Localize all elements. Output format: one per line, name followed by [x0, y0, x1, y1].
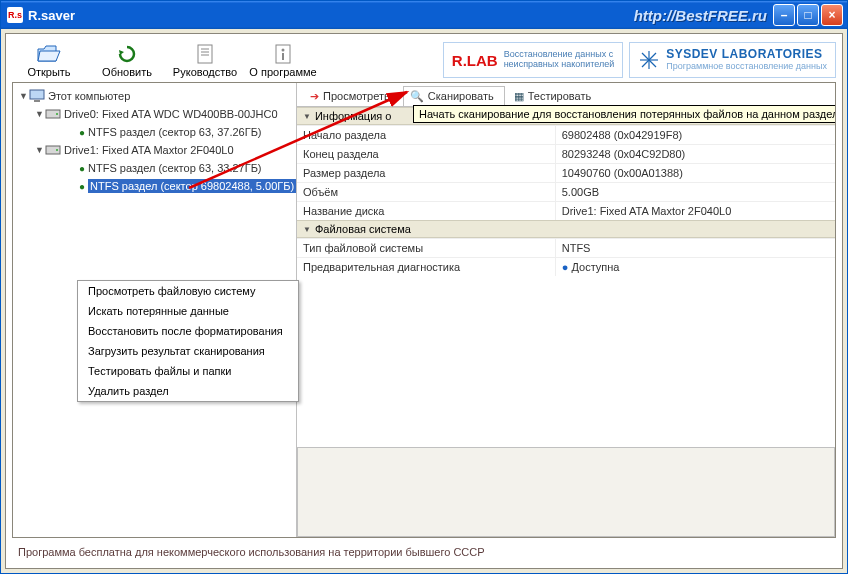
tab-scan[interactable]: 🔍 Сканировать	[403, 86, 505, 106]
prop-label: Размер раздела	[297, 164, 555, 183]
svg-rect-6	[282, 53, 284, 60]
diag-value: Доступна	[571, 261, 619, 273]
tree-drive1[interactable]: ▼ Drive1: Fixed ATA Maxtor 2F040L0	[15, 141, 296, 159]
hdd-icon	[45, 107, 61, 121]
tree-root-label: Этот компьютер	[48, 90, 130, 102]
computer-icon	[29, 89, 45, 103]
manual-label: Руководство	[173, 66, 237, 78]
prop-value: 80293248 (0x04C92D80)	[555, 145, 835, 164]
tree-root[interactable]: ▼ Этот компьютер	[15, 87, 296, 105]
tab-view[interactable]: ➔ Просмотреть	[303, 86, 401, 106]
ctx-item-delete-partition[interactable]: Удалить раздел	[78, 381, 298, 401]
table-row: Размер раздела10490760 (0x00A01388)	[297, 164, 835, 183]
logo-row: R.LAB Восстановление данных с неисправны…	[443, 42, 836, 78]
prop-value: ● Доступна	[555, 258, 835, 277]
tree-drive1-label: Drive1: Fixed ATA Maxtor 2F040L0	[64, 144, 234, 156]
svg-rect-0	[198, 45, 212, 63]
ctx-item-load-scan-result[interactable]: Загрузить результат сканирования	[78, 341, 298, 361]
titlebar: R.s R.saver http://BestFREE.ru – □ ×	[1, 1, 847, 29]
prop-label: Объём	[297, 183, 555, 202]
svg-point-5	[282, 49, 285, 52]
partition-bullet-icon: ●	[79, 181, 85, 192]
test-icon: ▦	[514, 90, 524, 103]
prop-label: Конец раздела	[297, 145, 555, 164]
top-row: Открыть Обновить Руководство	[12, 40, 836, 78]
info-table: Начало раздела69802488 (0x042919F8) Коне…	[297, 125, 835, 220]
section-fs-header[interactable]: ▼ Файловая система	[297, 220, 835, 238]
table-row: Предварительная диагностика● Доступна	[297, 258, 835, 277]
minimize-button[interactable]: –	[773, 4, 795, 26]
client-area: Открыть Обновить Руководство	[5, 33, 843, 569]
ctx-item-view-fs[interactable]: Просмотреть файловую систему	[78, 281, 298, 301]
tree-drive0-label: Drive0: Fixed ATA WDC WD400BB-00JHC0	[64, 108, 278, 120]
tree-d1p0[interactable]: ● NTFS раздел (сектор 63, 33.27ГБ)	[15, 159, 296, 177]
status-bar: Программа бесплатна для некоммерческого …	[12, 542, 836, 562]
bottom-panel	[297, 447, 835, 537]
magnifier-icon: 🔍	[410, 90, 424, 103]
open-label: Открыть	[27, 66, 70, 78]
main-toolbar: Открыть Обновить Руководство	[12, 40, 320, 78]
prop-value: Drive1: Fixed ATA Maxtor 2F040L0	[555, 202, 835, 221]
tree-d1p0-label: NTFS раздел (сектор 63, 33.27ГБ)	[88, 162, 261, 174]
refresh-label: Обновить	[102, 66, 152, 78]
sysdev-logo[interactable]: SYSDEV LABORATORIES Программное восстано…	[629, 42, 836, 78]
content-split: ▼ Этот компьютер ▼ Drive0: Fixed ATA WDC…	[12, 82, 836, 538]
tree-d0p0[interactable]: ● NTFS раздел (сектор 63, 37.26ГБ)	[15, 123, 296, 141]
app-window: R.s R.saver http://BestFREE.ru – □ × Отк…	[0, 0, 848, 574]
prop-value: 69802488 (0x042919F8)	[555, 126, 835, 145]
table-row: Объём5.00GB	[297, 183, 835, 202]
rlab-name: R.LAB	[452, 52, 498, 69]
prop-label: Начало раздела	[297, 126, 555, 145]
table-row: Начало раздела69802488 (0x042919F8)	[297, 126, 835, 145]
prop-value: NTFS	[555, 239, 835, 258]
device-tree[interactable]: ▼ Этот компьютер ▼ Drive0: Fixed ATA WDC…	[13, 83, 297, 537]
document-icon	[191, 42, 219, 66]
window-title: R.saver	[28, 8, 75, 23]
table-row: Тип файловой системыNTFS	[297, 239, 835, 258]
tab-scan-label: Сканировать	[428, 90, 494, 102]
tab-test[interactable]: ▦ Тестировать	[507, 86, 603, 106]
sysdev-name: SYSDEV LABORATORIES	[666, 48, 827, 61]
tree-d1p1-label: NTFS раздел (сектор 69802488, 5.00ГБ)	[88, 179, 296, 193]
ctx-item-test-files[interactable]: Тестировать файлы и папки	[78, 361, 298, 381]
tree-d1p1[interactable]: ● NTFS раздел (сектор 69802488, 5.00ГБ)	[15, 177, 296, 195]
status-dot-icon: ●	[562, 261, 569, 273]
tab-view-label: Просмотреть	[323, 90, 390, 102]
folder-open-icon	[35, 42, 63, 66]
svg-point-14	[56, 113, 58, 115]
rlab-sub2: неисправных накопителей	[504, 60, 615, 70]
refresh-icon	[113, 42, 141, 66]
app-icon: R.s	[7, 7, 23, 23]
context-menu: Просмотреть файловую систему Искать поте…	[77, 280, 299, 402]
details-pane: ➔ Просмотреть 🔍 Сканировать ▦ Тестироват…	[297, 83, 835, 537]
table-row: Название дискаDrive1: Fixed ATA Maxtor 2…	[297, 202, 835, 221]
open-button[interactable]: Открыть	[18, 42, 80, 78]
hdd-icon	[45, 143, 61, 157]
close-button[interactable]: ×	[821, 4, 843, 26]
caret-down-icon[interactable]: ▼	[35, 109, 45, 119]
table-row: Конец раздела80293248 (0x04C92D80)	[297, 145, 835, 164]
prop-label: Тип файловой системы	[297, 239, 555, 258]
caret-down-icon[interactable]: ▼	[19, 91, 29, 101]
refresh-button[interactable]: Обновить	[96, 42, 158, 78]
caret-down-icon[interactable]: ▼	[35, 145, 45, 155]
partition-bullet-icon: ●	[79, 163, 85, 174]
section-info-label: Информация о	[315, 110, 392, 122]
svg-rect-11	[30, 90, 44, 99]
prop-value: 10490760 (0x00A01388)	[555, 164, 835, 183]
watermark-url: http://BestFREE.ru	[634, 7, 767, 24]
about-label: О программе	[249, 66, 316, 78]
tab-test-label: Тестировать	[528, 90, 592, 102]
scan-tooltip: Начать сканирование для восстановления п…	[413, 105, 836, 123]
document-info-icon	[269, 42, 297, 66]
sysdev-sub: Программное восстановление данных	[666, 62, 827, 72]
section-fs-label: Файловая система	[315, 223, 411, 235]
tree-drive0[interactable]: ▼ Drive0: Fixed ATA WDC WD400BB-00JHC0	[15, 105, 296, 123]
rlab-logo[interactable]: R.LAB Восстановление данных с неисправны…	[443, 42, 623, 78]
about-button[interactable]: О программе	[252, 42, 314, 78]
svg-rect-12	[34, 100, 40, 102]
ctx-item-recover-after-format[interactable]: Восстановить после форматирования	[78, 321, 298, 341]
manual-button[interactable]: Руководство	[174, 42, 236, 78]
ctx-item-search-lost[interactable]: Искать потерянные данные	[78, 301, 298, 321]
maximize-button[interactable]: □	[797, 4, 819, 26]
